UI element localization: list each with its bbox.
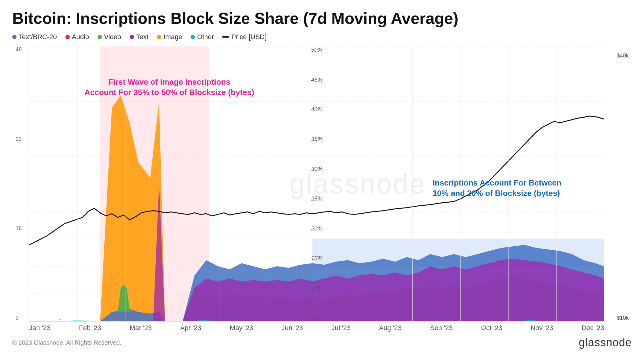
x-label: Jan '23 xyxy=(29,324,50,332)
y-axis-left: 0 16 32 48 xyxy=(16,46,22,321)
legend-label: Text xyxy=(136,33,148,41)
legend-dot xyxy=(130,35,134,39)
x-label: Jun '23 xyxy=(281,324,303,332)
legend-dot xyxy=(98,35,102,39)
legend-item-text: Text xyxy=(130,33,148,41)
y-axis-right: $10k $40k xyxy=(617,46,629,321)
footer: © 2023 Glassnode. All Rights Reserved. g… xyxy=(12,336,632,349)
x-label: May '23 xyxy=(230,324,253,332)
annotation-blue: Inscriptions Account For Between 10% and… xyxy=(433,178,561,199)
x-label: Apr '23 xyxy=(180,324,201,332)
legend-label: Price [USD] xyxy=(231,33,266,41)
x-label: Nov '23 xyxy=(530,324,553,332)
y-axis-pct: 5% 10% 15% 20% 25% 30% 35% 40% 45% 50% xyxy=(311,46,323,321)
legend-item-other: Other xyxy=(191,33,214,41)
x-label: Feb '23 xyxy=(79,324,101,332)
x-label: Mar '23 xyxy=(130,324,152,332)
legend-label: Image xyxy=(163,33,182,41)
legend-item-price--usd-: Price [USD] xyxy=(222,33,266,41)
legend-dot xyxy=(65,35,70,39)
svg-marker-18 xyxy=(59,319,100,321)
legend-item-audio: Audio xyxy=(65,33,89,41)
legend-label: Other xyxy=(197,33,214,41)
chart-container: Bitcoin: Inscriptions Block Size Share (… xyxy=(0,0,644,353)
chart-area: glassnode xyxy=(29,46,604,322)
legend-item-image: Image xyxy=(157,33,182,41)
x-label: Aug '23 xyxy=(379,324,402,332)
chart-wrapper: glassnode xyxy=(29,46,604,332)
x-label: Sep '23 xyxy=(430,324,453,332)
legend-item-text-brc-20: Text/BRC-20 xyxy=(12,33,57,41)
legend-dot xyxy=(222,36,229,38)
legend-item-video: Video xyxy=(98,33,121,41)
legend-label: Video xyxy=(104,33,121,41)
legend-dot xyxy=(157,35,161,39)
legend-label: Text/BRC-20 xyxy=(19,33,57,41)
x-label: Jul '23 xyxy=(331,324,351,332)
legend-dot xyxy=(191,35,195,39)
legend-label: Audio xyxy=(72,33,89,41)
annotation-pink: First Wave of Image Inscriptions Account… xyxy=(84,77,254,98)
legend-dot xyxy=(12,35,17,39)
x-label: Dec '23 xyxy=(582,324,604,332)
glassnode-brand: glassnode xyxy=(579,336,632,349)
x-label: Oct '23 xyxy=(481,324,502,332)
chart-title: Bitcoin: Inscriptions Block Size Share (… xyxy=(12,9,632,28)
x-axis: Jan '23Feb '23Mar '23Apr '23May '23Jun '… xyxy=(29,324,604,332)
legend: Text/BRC-20AudioVideoTextImageOtherPrice… xyxy=(12,33,632,41)
copyright: © 2023 Glassnode. All Rights Reserved. xyxy=(12,339,121,346)
